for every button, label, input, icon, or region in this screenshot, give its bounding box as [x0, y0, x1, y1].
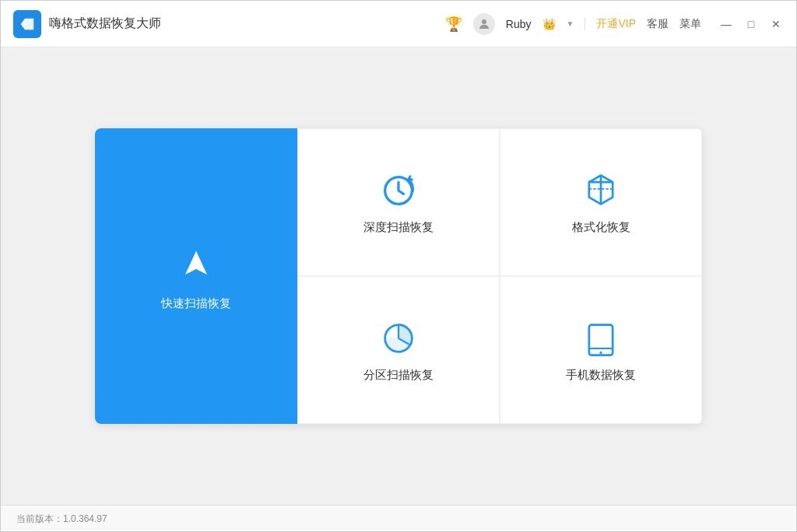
quick-scan-icon [174, 242, 218, 285]
cards-grid: 快速扫描恢复 深度扫描恢复 格式化恢复 [95, 128, 702, 424]
quick-scan-card[interactable]: 快速扫描恢复 [95, 128, 297, 424]
mobile-recovery-icon [581, 318, 621, 359]
vip-button[interactable]: 开通VIP [596, 17, 636, 31]
deep-scan-card[interactable]: 深度扫描恢复 [297, 128, 500, 276]
quick-scan-label: 快速扫描恢复 [161, 296, 231, 311]
mobile-recovery-card[interactable]: 手机数据恢复 [500, 276, 702, 424]
app-title: 嗨格式数据恢复大师 [49, 16, 445, 32]
trophy-icon: 🏆 [445, 16, 462, 33]
format-recovery-label: 格式化恢复 [572, 220, 630, 235]
titlebar-right: 🏆 Ruby 👑 ▼ 开通VIP 客服 菜单 — □ ✕ [445, 13, 784, 35]
svg-point-12 [599, 351, 602, 353]
window-controls: — □ ✕ [718, 16, 784, 32]
statusbar: 当前版本：1.0.364.97 [1, 505, 796, 532]
format-recovery-card[interactable]: 格式化恢复 [500, 128, 702, 276]
version-text: 当前版本：1.0.364.97 [16, 513, 107, 526]
format-recovery-icon [581, 170, 621, 211]
mobile-recovery-label: 手机数据恢复 [566, 368, 636, 383]
username: Ruby [506, 18, 532, 30]
partition-scan-label: 分区扫描恢复 [363, 368, 434, 383]
partition-scan-card[interactable]: 分区扫描恢复 [297, 276, 500, 424]
titlebar: 嗨格式数据恢复大师 🏆 Ruby 👑 ▼ 开通VIP 客服 菜单 — □ ✕ [1, 1, 796, 47]
divider [585, 18, 585, 30]
svg-rect-10 [589, 324, 613, 355]
deep-scan-label: 深度扫描恢复 [363, 220, 434, 235]
svg-point-0 [482, 19, 486, 24]
crown-icon: 👑 [542, 18, 556, 30]
maximize-button[interactable]: □ [743, 16, 759, 32]
avatar[interactable] [473, 13, 495, 35]
service-button[interactable]: 客服 [647, 17, 669, 31]
user-dropdown-arrow[interactable]: ▼ [567, 19, 574, 28]
deep-scan-icon [378, 170, 419, 211]
minimize-button[interactable]: — [718, 16, 734, 32]
menu-button[interactable]: 菜单 [679, 17, 701, 31]
main-content: 快速扫描恢复 深度扫描恢复 格式化恢复 [1, 47, 796, 505]
partition-scan-icon [378, 318, 419, 359]
app-logo [13, 10, 41, 38]
close-button[interactable]: ✕ [768, 16, 784, 32]
